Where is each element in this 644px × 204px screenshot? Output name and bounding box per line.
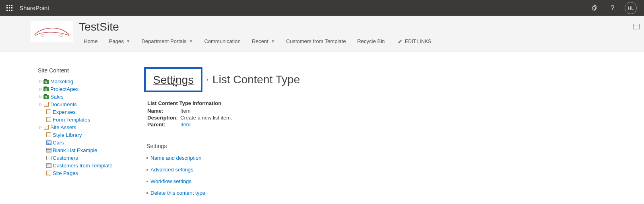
leftnav-item: Style Library bbox=[40, 131, 137, 138]
leftnav-link[interactable]: Cars bbox=[53, 140, 64, 146]
nav-home[interactable]: Home bbox=[79, 37, 103, 46]
leftnav-link[interactable]: Form Templates bbox=[53, 117, 90, 123]
tree-expand-icon[interactable]: ▷ bbox=[39, 95, 43, 99]
suite-bar: SharePoint ? HL bbox=[0, 0, 644, 16]
node-icon bbox=[46, 155, 52, 161]
settings-link[interactable]: Delete this content type bbox=[151, 190, 205, 196]
tree-expand-icon[interactable]: ▷ bbox=[39, 102, 43, 106]
app-launcher[interactable] bbox=[3, 2, 16, 14]
svg-rect-7 bbox=[9, 10, 10, 11]
settings-link[interactable]: Workflow settings bbox=[151, 178, 192, 184]
info-name-row: Name: Item bbox=[147, 108, 429, 114]
node-icon bbox=[43, 101, 49, 107]
svg-point-10 bbox=[60, 35, 63, 36]
tree-expand-icon[interactable]: ▷ bbox=[39, 79, 43, 83]
chevron-right-icon: › bbox=[206, 76, 208, 83]
svg-text:S: S bbox=[45, 80, 47, 83]
bullet-icon bbox=[147, 169, 148, 171]
bullet-icon bbox=[147, 181, 148, 182]
settings-link[interactable]: Advanced settings bbox=[151, 167, 193, 173]
user-avatar[interactable]: HL bbox=[625, 2, 637, 14]
main-layout: Site Content ▷SMarketing▷SProjectApex▷SS… bbox=[0, 52, 644, 204]
leftnav-link[interactable]: Customers from Template bbox=[53, 163, 113, 169]
waffle-icon bbox=[6, 5, 13, 11]
leftnav-link[interactable]: Documents bbox=[50, 101, 77, 107]
leftnav-link[interactable]: Customers bbox=[53, 155, 78, 161]
leftnav-link[interactable]: ProjectApex bbox=[50, 86, 78, 92]
left-navigation: Site Content ▷SMarketing▷SProjectApex▷SS… bbox=[0, 67, 137, 204]
leftnav-item: ▷Documents bbox=[38, 101, 137, 108]
tree-expand-icon[interactable]: ▷ bbox=[39, 125, 43, 129]
settings-link[interactable]: Name and description bbox=[151, 155, 201, 161]
leftnav-link[interactable]: Marketing bbox=[50, 78, 73, 84]
leftnav-item: ▷Site Assets bbox=[38, 124, 137, 131]
node-icon bbox=[46, 117, 52, 122]
help-icon: ? bbox=[611, 4, 615, 12]
leftnav-item: Expenses bbox=[40, 108, 137, 115]
nav-dept-label: Department Portals bbox=[141, 38, 186, 44]
breadcrumb-settings-link[interactable]: Settings bbox=[153, 74, 194, 86]
content-area: Settings › List Content Type List Conten… bbox=[137, 67, 644, 204]
picture-icon bbox=[46, 140, 52, 145]
chevron-down-icon: ▼ bbox=[271, 39, 275, 43]
site-header: TestSite Home Pages▼ Department Portals▼… bbox=[0, 16, 644, 52]
svg-rect-3 bbox=[6, 7, 8, 8]
chevron-down-icon: ▼ bbox=[126, 39, 130, 43]
node-icon bbox=[46, 132, 52, 138]
leftnav-item: Customers from Template bbox=[40, 162, 137, 169]
list-icon bbox=[46, 163, 52, 168]
svg-rect-6 bbox=[6, 10, 8, 11]
node-icon bbox=[46, 140, 52, 145]
site-logo[interactable] bbox=[31, 21, 73, 42]
info-parent-row: Parent: Item bbox=[147, 122, 429, 128]
leftnav-link[interactable]: Blank List Example bbox=[53, 147, 97, 153]
info-desc-label: Description: bbox=[147, 115, 180, 121]
help-button[interactable]: ? bbox=[606, 2, 619, 14]
focus-content-toggle[interactable] bbox=[632, 22, 641, 31]
pencil-icon bbox=[398, 39, 402, 44]
svg-rect-4 bbox=[9, 7, 10, 8]
leftnav-link[interactable]: Sales bbox=[50, 94, 64, 100]
info-heading: List Content Type Information bbox=[147, 100, 429, 106]
nav-pages-label: Pages bbox=[109, 38, 124, 44]
leftnav-item: ▷SMarketing bbox=[38, 78, 137, 85]
nav-recent-label: Recent bbox=[252, 38, 268, 44]
content-type-info: List Content Type Information Name: Item… bbox=[147, 100, 429, 128]
leftnav-link[interactable]: Site Assets bbox=[50, 124, 76, 130]
svg-rect-0 bbox=[6, 5, 8, 6]
nav-edit-links[interactable]: EDIT LINKS bbox=[398, 39, 431, 44]
library-icon bbox=[46, 132, 51, 137]
settings-link-row: Delete this content type bbox=[147, 190, 628, 196]
settings-link-row: Workflow settings bbox=[147, 178, 628, 184]
svg-rect-1 bbox=[9, 5, 10, 6]
tree-expand-icon[interactable]: ▷ bbox=[39, 87, 43, 91]
nav-recycle-bin[interactable]: Recycle Bin bbox=[352, 37, 390, 46]
parent-link[interactable]: Item bbox=[180, 122, 190, 128]
top-nav: Home Pages▼ Department Portals▼ Communic… bbox=[79, 37, 431, 46]
svg-point-9 bbox=[41, 35, 44, 36]
site-title[interactable]: TestSite bbox=[79, 21, 431, 33]
suite-brand[interactable]: SharePoint bbox=[19, 4, 49, 11]
leftnav-link[interactable]: Expenses bbox=[53, 109, 76, 115]
chevron-down-icon: ▼ bbox=[189, 39, 193, 43]
svg-rect-14 bbox=[44, 79, 47, 80]
nav-recent[interactable]: Recent▼ bbox=[247, 37, 280, 46]
nav-communication[interactable]: Communication bbox=[199, 37, 245, 46]
library-icon bbox=[46, 117, 51, 122]
focus-icon bbox=[633, 24, 640, 29]
suite-right: ? HL bbox=[588, 2, 641, 14]
settings-link-row: Advanced settings bbox=[147, 167, 628, 173]
leftnav-link[interactable]: Style Library bbox=[53, 132, 82, 138]
leftnav-item: Blank List Example bbox=[40, 146, 137, 154]
info-name-label: Name: bbox=[147, 108, 180, 114]
nav-customers-template[interactable]: Customers from Template bbox=[281, 37, 351, 46]
leftnav-link[interactable]: Site Pages bbox=[53, 170, 78, 176]
nav-department-portals[interactable]: Department Portals▼ bbox=[136, 37, 198, 46]
settings-links: Name and descriptionAdvanced settingsWor… bbox=[137, 155, 628, 196]
nav-pages[interactable]: Pages▼ bbox=[104, 37, 135, 46]
node-icon bbox=[46, 163, 52, 168]
node-icon: S bbox=[43, 86, 49, 92]
library-icon bbox=[46, 109, 51, 114]
settings-gear-button[interactable] bbox=[588, 2, 601, 14]
settings-link-row: Name and description bbox=[147, 155, 628, 161]
